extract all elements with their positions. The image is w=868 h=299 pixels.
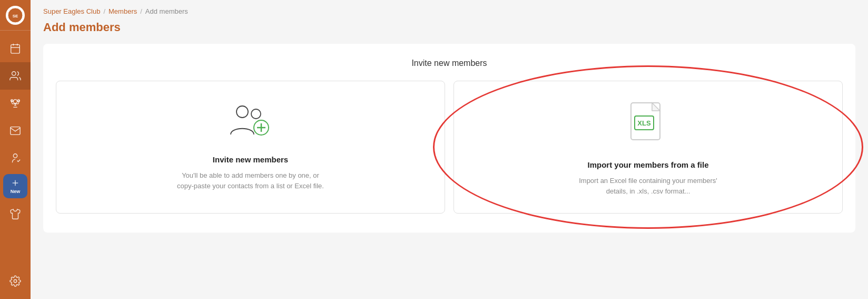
invite-card[interactable]: Invite new members You'll be able to add… — [56, 81, 445, 214]
card2-title: Import your members from a file — [587, 160, 708, 169]
sidebar-item-settings[interactable] — [0, 267, 31, 295]
sidebar: SE — [0, 0, 31, 299]
breadcrumb-current: Add members — [145, 7, 188, 15]
breadcrumb-sep2: / — [140, 7, 142, 15]
people-plus-icon — [225, 100, 275, 142]
awards-icon — [9, 98, 21, 109]
breadcrumb: Super Eagles Club / Members / Add member… — [31, 0, 868, 17]
sidebar-item-tshirt[interactable] — [0, 200, 31, 228]
page-title: Add members — [31, 17, 868, 44]
new-button[interactable]: New — [3, 174, 27, 198]
import-card[interactable]: XLS Import your members from a file Impo… — [453, 81, 843, 214]
sidebar-item-calendar[interactable] — [0, 35, 31, 62]
new-button-label: New — [11, 189, 21, 194]
tshirt-icon — [9, 208, 21, 220]
sidebar-bottom — [0, 267, 31, 299]
svg-point-6 — [12, 72, 16, 75]
cards-row: Invite new members You'll be able to add… — [56, 81, 843, 214]
svg-point-7 — [13, 100, 17, 103]
members-icon — [9, 70, 21, 82]
card1-title: Invite new members — [213, 155, 288, 164]
sidebar-item-mail[interactable] — [0, 117, 31, 144]
svg-point-13 — [14, 279, 17, 283]
svg-rect-2 — [11, 45, 20, 54]
sidebar-navigation: New — [0, 31, 31, 267]
settings-icon — [9, 275, 21, 287]
svg-text:XLS: XLS — [637, 119, 651, 127]
invite-heading: Invite new members — [56, 59, 843, 68]
sidebar-item-person[interactable] — [0, 144, 31, 172]
logo-circle: SE — [6, 6, 25, 25]
mail-icon — [9, 125, 21, 137]
import-icon: XLS — [628, 100, 668, 150]
content-area: Invite new members — [43, 44, 855, 233]
sidebar-item-members[interactable] — [0, 62, 31, 90]
breadcrumb-club[interactable]: Super Eagles Club — [43, 7, 100, 15]
breadcrumb-members[interactable]: Members — [108, 7, 137, 15]
card2-desc: Import an Excel file containing your mem… — [575, 176, 722, 196]
calendar-icon — [9, 43, 21, 54]
logo-icon: SE — [7, 7, 24, 24]
sidebar-item-awards[interactable] — [0, 90, 31, 117]
svg-text:SE: SE — [13, 14, 18, 18]
svg-point-15 — [251, 109, 261, 119]
invite-icon — [225, 100, 275, 144]
svg-point-10 — [13, 154, 17, 158]
breadcrumb-sep1: / — [103, 7, 105, 15]
svg-point-14 — [236, 106, 248, 118]
card1-desc: You'll be able to add members one by one… — [177, 170, 324, 191]
xls-file-icon: XLS — [628, 100, 668, 148]
person-hand-icon — [9, 152, 21, 164]
sidebar-logo[interactable]: SE — [0, 0, 31, 31]
main-content: Super Eagles Club / Members / Add member… — [31, 0, 868, 299]
new-icon — [11, 178, 20, 188]
